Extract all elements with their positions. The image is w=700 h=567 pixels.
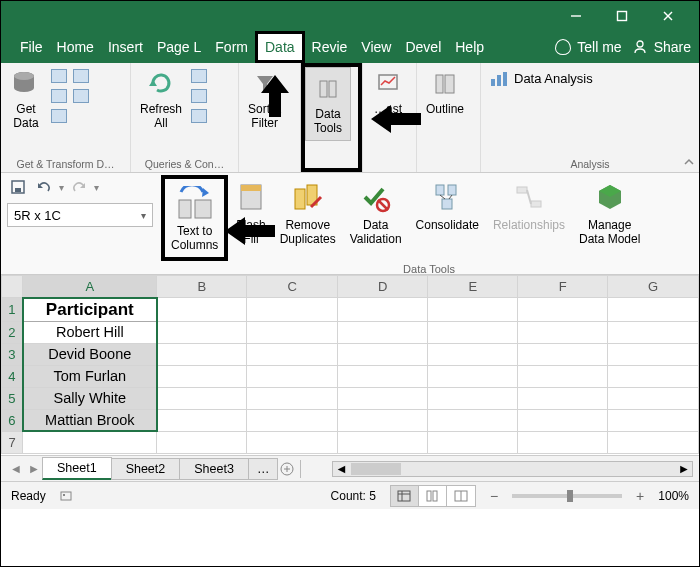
sheet-tab-more[interactable]: … xyxy=(248,458,279,480)
undo-button[interactable] xyxy=(33,177,55,197)
cell-A5[interactable]: Sally White xyxy=(23,387,157,409)
select-all-cell[interactable] xyxy=(2,276,23,298)
cell-B3[interactable] xyxy=(157,343,247,365)
cell-F2[interactable] xyxy=(518,321,608,343)
remove-duplicates-button[interactable]: RemoveDuplicates xyxy=(274,175,342,249)
cell-G2[interactable] xyxy=(608,321,699,343)
tell-me-search[interactable]: Tell me xyxy=(555,39,621,55)
qat-customize-icon[interactable]: ▾ xyxy=(94,182,99,193)
column-header-G[interactable]: G xyxy=(608,276,699,298)
tab-home[interactable]: Home xyxy=(50,31,101,63)
cell-D2[interactable] xyxy=(337,321,427,343)
cell-D5[interactable] xyxy=(337,387,427,409)
cell-C5[interactable] xyxy=(247,387,337,409)
cell-C3[interactable] xyxy=(247,343,337,365)
row-header-4[interactable]: 4 xyxy=(2,365,23,387)
cell-B1[interactable] xyxy=(157,298,247,322)
minimize-button[interactable] xyxy=(553,2,599,30)
from-text-button[interactable] xyxy=(49,67,69,85)
save-button[interactable] xyxy=(7,177,29,197)
tab-insert[interactable]: Insert xyxy=(101,31,150,63)
cell-D6[interactable] xyxy=(337,409,427,431)
existing-connections-button[interactable] xyxy=(71,87,91,105)
zoom-out-button[interactable]: − xyxy=(490,488,498,504)
tab-view[interactable]: View xyxy=(354,31,398,63)
view-page-break-button[interactable] xyxy=(447,486,475,506)
scroll-right-icon[interactable]: ► xyxy=(676,462,692,476)
undo-dropdown-icon[interactable]: ▾ xyxy=(59,182,64,193)
cell-A6[interactable]: Mattian Brook xyxy=(23,409,157,431)
cell-C6[interactable] xyxy=(247,409,337,431)
close-button[interactable] xyxy=(645,2,691,30)
cell-A4[interactable]: Tom Furlan xyxy=(23,365,157,387)
tab-pagelayout[interactable]: Page L xyxy=(150,31,208,63)
row-header-3[interactable]: 3 xyxy=(2,343,23,365)
column-header-C[interactable]: C xyxy=(247,276,337,298)
scroll-thumb[interactable] xyxy=(351,463,401,475)
splitter[interactable] xyxy=(300,460,308,478)
tab-data[interactable]: Data xyxy=(255,31,305,63)
tab-review[interactable]: Revie xyxy=(305,31,355,63)
sheet-nav-next[interactable]: ► xyxy=(25,460,43,478)
cell-C1[interactable] xyxy=(247,298,337,322)
consolidate-button[interactable]: Consolidate xyxy=(410,175,485,235)
tab-formulas[interactable]: Form xyxy=(208,31,255,63)
cell-B2[interactable] xyxy=(157,321,247,343)
cell-F3[interactable] xyxy=(518,343,608,365)
cell-G6[interactable] xyxy=(608,409,699,431)
column-header-A[interactable]: A xyxy=(23,276,157,298)
column-header-F[interactable]: F xyxy=(518,276,608,298)
cell-D3[interactable] xyxy=(337,343,427,365)
new-sheet-button[interactable] xyxy=(278,460,296,478)
cell-A7[interactable] xyxy=(23,431,157,453)
row-header-1[interactable]: 1 xyxy=(2,298,23,322)
cell-G4[interactable] xyxy=(608,365,699,387)
column-header-D[interactable]: D xyxy=(337,276,427,298)
cell-G3[interactable] xyxy=(608,343,699,365)
refresh-all-button[interactable]: RefreshAll xyxy=(135,65,187,133)
cell-C2[interactable] xyxy=(247,321,337,343)
column-header-B[interactable]: B xyxy=(157,276,247,298)
from-table-button[interactable] xyxy=(49,107,69,125)
data-validation-button[interactable]: DataValidation xyxy=(344,175,408,249)
cell-F7[interactable] xyxy=(518,431,608,453)
row-header-6[interactable]: 6 xyxy=(2,409,23,431)
edit-links-button[interactable] xyxy=(189,107,209,125)
queries-button[interactable] xyxy=(189,67,209,85)
recent-sources-button[interactable] xyxy=(71,67,91,85)
redo-button[interactable] xyxy=(68,177,90,197)
view-page-layout-button[interactable] xyxy=(419,486,447,506)
view-normal-button[interactable] xyxy=(391,486,419,506)
zoom-slider[interactable] xyxy=(512,494,622,498)
sheet-tab-2[interactable]: Sheet2 xyxy=(111,458,181,480)
cell-D1[interactable] xyxy=(337,298,427,322)
cell-E4[interactable] xyxy=(428,365,518,387)
row-header-2[interactable]: 2 xyxy=(2,321,23,343)
sheet-tab-1[interactable]: Sheet1 xyxy=(42,457,112,480)
text-to-columns-button[interactable]: Text toColumns xyxy=(161,175,228,261)
cell-D7[interactable] xyxy=(337,431,427,453)
cell-G1[interactable] xyxy=(608,298,699,322)
share-button[interactable]: Share xyxy=(632,39,691,55)
cell-E6[interactable] xyxy=(428,409,518,431)
cell-F5[interactable] xyxy=(518,387,608,409)
row-header-7[interactable]: 7 xyxy=(2,431,23,453)
cell-A2[interactable]: Robert Hill xyxy=(23,321,157,343)
cell-C4[interactable] xyxy=(247,365,337,387)
horizontal-scrollbar[interactable]: ◄ ► xyxy=(332,461,693,477)
tab-file[interactable]: File xyxy=(13,31,50,63)
name-box[interactable]: 5R x 1C ▾ xyxy=(7,203,153,227)
scroll-left-icon[interactable]: ◄ xyxy=(333,462,349,476)
cell-F6[interactable] xyxy=(518,409,608,431)
maximize-button[interactable] xyxy=(599,2,645,30)
sheet-nav-prev[interactable]: ◄ xyxy=(7,460,25,478)
cell-D4[interactable] xyxy=(337,365,427,387)
row-header-5[interactable]: 5 xyxy=(2,387,23,409)
cell-E7[interactable] xyxy=(428,431,518,453)
outline-button[interactable]: Outline xyxy=(421,65,469,133)
cell-A3[interactable]: Devid Boone xyxy=(23,343,157,365)
from-web-button[interactable] xyxy=(49,87,69,105)
cell-B5[interactable] xyxy=(157,387,247,409)
cell-C7[interactable] xyxy=(247,431,337,453)
tab-developer[interactable]: Devel xyxy=(398,31,448,63)
